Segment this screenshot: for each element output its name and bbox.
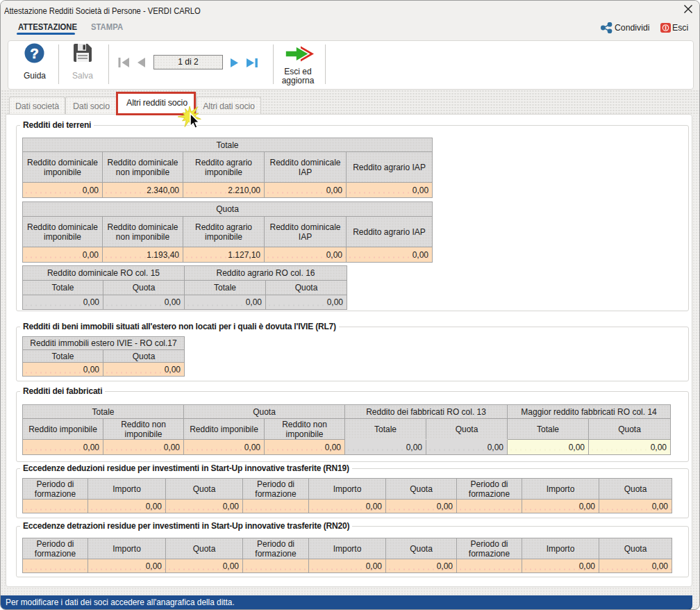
svg-text:?: ? [30, 46, 38, 61]
